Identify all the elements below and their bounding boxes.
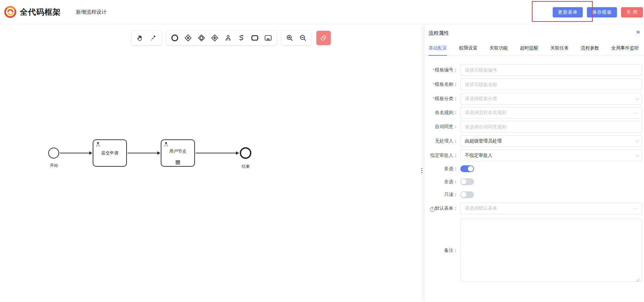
field-label: 指定审批人： — [424, 152, 458, 159]
end-event-label: 结束 — [242, 164, 250, 169]
close-button[interactable]: 关 闭 — [621, 7, 643, 17]
zoom-in-icon[interactable] — [285, 33, 295, 43]
form-row-select-all: 全选： — [424, 178, 642, 185]
parallel-gateway-icon[interactable] — [210, 33, 220, 43]
tab-global-event-listener[interactable]: 全局事件监听 — [611, 41, 639, 55]
sequence-flow[interactable] — [60, 153, 89, 153]
bpmn-task-user-node[interactable]: 用户节点 — [161, 139, 195, 167]
form-row-auto-agree: 自动同意： — [424, 121, 642, 133]
field-label: 备注： — [424, 247, 458, 253]
header-actions: 更新表单 保存模板 关 闭 — [553, 7, 643, 17]
tab-permission[interactable]: 权限设置 — [459, 41, 477, 55]
form-row-no-handler: 无处理人： 由超级管理员处理 — [424, 135, 642, 147]
toolbar-group-palette — [167, 31, 276, 45]
form-row-naming-rule: 命名规则： 请选择流程命名规则 ⋯ — [424, 107, 642, 119]
zoom-out-icon[interactable] — [298, 33, 308, 43]
required-asterisk: * — [433, 67, 434, 72]
form-row-default-form: ?默认表单： 请选择默认表单 ⋯ — [424, 203, 642, 214]
update-form-button[interactable]: 更新表单 — [553, 7, 583, 17]
field-label: 无处理人： — [424, 138, 458, 144]
panel-resize-handle[interactable] — [420, 167, 423, 174]
template-category-select[interactable]: 请选择模板分类 — [460, 93, 642, 105]
form-row-remark: 备注： — [424, 219, 642, 282]
start-event-label: 开始 — [50, 163, 58, 168]
field-label: 模板编号： — [435, 67, 458, 72]
exclusive-gateway-icon[interactable] — [183, 33, 193, 43]
script-icon[interactable] — [236, 33, 247, 43]
multi-instance-marker-icon — [176, 161, 180, 164]
field-label: 全选： — [424, 179, 458, 185]
page-title: 新增流程设计 — [76, 9, 107, 15]
field-label: 命名规则： — [424, 110, 458, 116]
field-label: 默认表单： — [435, 206, 458, 211]
remark-textarea[interactable] — [460, 219, 642, 282]
hand-icon[interactable] — [135, 33, 145, 43]
field-label: 只读： — [424, 192, 458, 198]
form-row-template-name: *模板名称： — [424, 79, 642, 90]
template-name-input[interactable] — [460, 79, 642, 90]
no-handler-select[interactable]: 由超级管理员处理 — [460, 135, 642, 147]
template-code-input[interactable] — [460, 64, 642, 76]
bpmn-end-event[interactable] — [240, 147, 251, 159]
naming-rule-picker[interactable]: 请选择流程命名规则 — [460, 107, 642, 119]
form-row-template-category: *模板分类： 请选择模板分类 — [424, 93, 642, 105]
task-icon[interactable] — [250, 33, 260, 43]
tab-timeout-reminder[interactable]: 超时提醒 — [520, 41, 538, 55]
tab-basic-config[interactable]: 基础配置 — [429, 41, 447, 55]
panel-tabs: 基础配置 权限设置 关联功能 超时提醒 关联任务 流程参数 全局事件监听 — [424, 41, 644, 55]
format-painter-icon — [320, 34, 327, 42]
form-row-read-only: 只读： — [424, 191, 642, 198]
multi-select-toggle[interactable] — [460, 165, 474, 172]
tab-related-task[interactable]: 关联任务 — [550, 41, 569, 55]
help-icon: ? — [430, 207, 435, 212]
tab-process-params[interactable]: 流程参数 — [581, 41, 599, 55]
toolbar-group-zoom — [281, 31, 311, 45]
app-root: 全代码框架 新增流程设计 更新表单 保存模板 关 闭 — [0, 0, 644, 302]
read-only-toggle[interactable] — [460, 191, 474, 198]
brand-title: 全代码框架 — [20, 7, 61, 17]
ellipsis-icon: ⋯ — [633, 110, 638, 115]
form-row-template-code: *模板编号： — [424, 64, 642, 76]
panel-title: 流程属性 — [429, 30, 449, 37]
connection-icon[interactable] — [148, 33, 158, 43]
properties-panel: 流程属性 » 基础配置 权限设置 关联功能 超时提醒 关联任务 流程参数 全局事… — [424, 25, 644, 302]
bpmn-task-submit[interactable]: 提交申请 — [93, 139, 127, 167]
required-asterisk: * — [433, 82, 434, 87]
start-event-icon[interactable] — [170, 33, 180, 43]
required-asterisk: * — [433, 96, 434, 101]
auto-agree-input[interactable] — [460, 121, 642, 133]
inclusive-gateway-icon[interactable] — [196, 33, 207, 43]
bpmn-start-event[interactable] — [48, 148, 59, 159]
header: 全代码框架 新增流程设计 更新表单 保存模板 关 闭 — [0, 0, 644, 24]
toolbar-group-tools — [132, 31, 161, 45]
tab-related-function[interactable]: 关联功能 — [489, 41, 508, 55]
brand-logo-icon — [3, 5, 17, 19]
sequence-flow[interactable] — [196, 153, 236, 153]
bpmn-canvas[interactable]: 开始 提交申请 用户节点 结束 — [0, 25, 424, 302]
canvas-toolbar — [132, 31, 331, 45]
form-row-assigned-approver: 指定审批人： 不指定审批人 — [424, 150, 642, 161]
ellipsis-icon: ⋯ — [633, 206, 638, 211]
field-label: 多选： — [424, 166, 458, 172]
field-label: 自动同意： — [424, 124, 458, 130]
form-row-multi-select: 多选： — [424, 165, 642, 172]
format-painter-button[interactable] — [316, 31, 331, 45]
collapse-panel-icon[interactable]: » — [636, 28, 640, 35]
user-task-icon[interactable] — [223, 33, 233, 43]
field-label: 模板分类： — [435, 96, 458, 101]
save-template-button[interactable]: 保存模板 — [587, 7, 617, 17]
field-label: 模板名称： — [435, 82, 458, 87]
task-label: 提交申请 — [93, 140, 126, 166]
default-form-picker[interactable]: 请选择默认表单 — [460, 203, 642, 214]
select-all-toggle[interactable] — [460, 178, 474, 185]
subprocess-icon[interactable] — [263, 33, 273, 43]
assigned-approver-select[interactable]: 不指定审批人 — [460, 150, 642, 161]
sequence-flow[interactable] — [128, 153, 157, 153]
